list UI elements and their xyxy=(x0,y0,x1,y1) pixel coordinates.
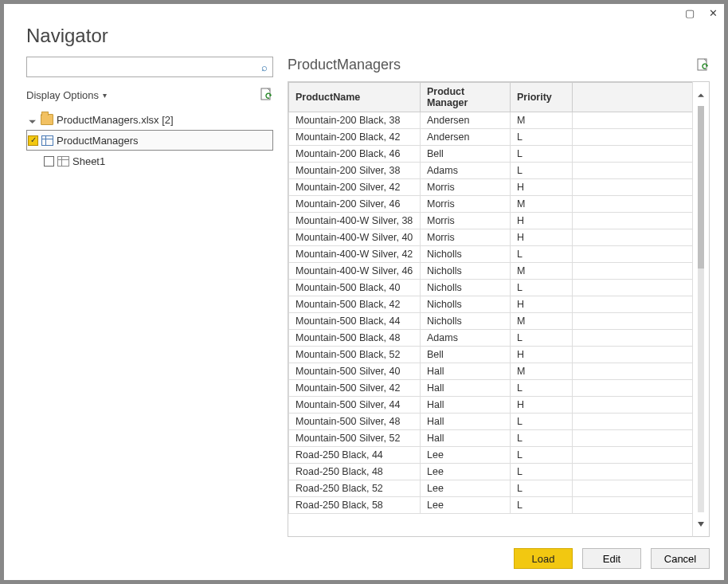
table-cell: H xyxy=(511,179,573,196)
scrollbar-thumb[interactable] xyxy=(698,106,704,268)
search-box[interactable]: ⌕ xyxy=(26,57,273,77)
table-row[interactable]: Road-250 Black, 44LeeL xyxy=(289,447,693,464)
table-cell: Bell xyxy=(421,146,511,163)
maximize-icon[interactable]: ▢ xyxy=(685,7,695,19)
table-cell: Road-250 Black, 44 xyxy=(289,447,421,464)
table-row[interactable]: Mountain-200 Black, 42AndersenL xyxy=(289,129,693,146)
folder-icon xyxy=(41,114,53,125)
svg-marker-1 xyxy=(269,95,272,97)
table-row[interactable]: Mountain-500 Black, 44NichollsM xyxy=(289,313,693,330)
table-cell: L xyxy=(511,380,573,397)
table-cell: Hall xyxy=(421,430,511,447)
table-cell: L xyxy=(511,146,573,163)
table-row[interactable]: Mountain-500 Silver, 42HallL xyxy=(289,380,693,397)
table-cell: Mountain-400-W Silver, 38 xyxy=(289,213,421,229)
table-cell: Mountain-200 Silver, 38 xyxy=(289,163,421,179)
table-cell: H xyxy=(511,347,573,363)
table-row[interactable]: Mountain-500 Silver, 52HallL xyxy=(289,430,693,447)
table-cell: H xyxy=(511,213,573,229)
checkbox[interactable] xyxy=(44,156,54,167)
table-cell: Mountain-500 Silver, 42 xyxy=(289,380,421,397)
tree-item[interactable]: ✓ProductManagers xyxy=(26,130,273,151)
titlebar: ▢ ✕ xyxy=(4,4,724,23)
edit-button[interactable]: Edit xyxy=(582,548,641,569)
svg-marker-3 xyxy=(706,65,708,68)
table-cell: Hall xyxy=(421,380,511,397)
table-icon xyxy=(41,135,53,146)
close-icon[interactable]: ✕ xyxy=(709,7,718,19)
scrollbar-track[interactable] xyxy=(698,106,704,512)
table-cell: Andersen xyxy=(421,112,511,129)
table-row[interactable]: Road-250 Black, 58LeeL xyxy=(289,497,693,514)
table-cell: Mountain-200 Silver, 42 xyxy=(289,179,421,196)
table-cell: Adams xyxy=(421,330,511,347)
table-row[interactable]: Mountain-500 Silver, 48HallL xyxy=(289,414,693,430)
table-cell: M xyxy=(511,112,573,129)
table-cell: Lee xyxy=(421,464,511,480)
column-header[interactable]: ProductName xyxy=(289,83,421,112)
table-cell: Mountain-500 Black, 40 xyxy=(289,280,421,296)
table-cell: Mountain-500 Black, 48 xyxy=(289,330,421,347)
table-cell: L xyxy=(511,447,573,464)
table-row[interactable]: Mountain-400-W Silver, 38MorrisH xyxy=(289,213,693,229)
table-row[interactable]: Mountain-200 Silver, 42MorrisH xyxy=(289,179,693,196)
preview-refresh-icon[interactable] xyxy=(697,58,710,73)
vertical-scrollbar[interactable] xyxy=(692,81,710,537)
column-header[interactable]: Priority xyxy=(511,83,573,112)
table-cell: Lee xyxy=(421,447,511,464)
caret-down-icon: ◢ xyxy=(27,114,39,126)
tree-file-node[interactable]: ◢ ProductManagers.xlsx [2] xyxy=(26,109,273,130)
table-cell: H xyxy=(511,229,573,246)
table-row[interactable]: Mountain-500 Black, 48AdamsL xyxy=(289,330,693,347)
load-button[interactable]: Load xyxy=(514,548,573,569)
table-cell: L xyxy=(511,129,573,146)
preview-panel: ProductManagers ProductNameProduct Manag… xyxy=(288,57,710,569)
table-cell: Hall xyxy=(421,397,511,414)
checkbox[interactable]: ✓ xyxy=(28,135,38,146)
table-cell: M xyxy=(511,313,573,330)
display-options-dropdown[interactable]: Display Options ▾ xyxy=(26,89,107,101)
table-row[interactable]: Mountain-500 Black, 52BellH xyxy=(289,347,693,363)
table-row[interactable]: Mountain-200 Silver, 38AdamsL xyxy=(289,163,693,179)
scroll-down-icon[interactable] xyxy=(697,517,705,530)
nav-tree: ◢ ProductManagers.xlsx [2] ✓ProductManag… xyxy=(26,109,273,171)
table-row[interactable]: Road-250 Black, 52LeeL xyxy=(289,480,693,497)
table-row[interactable]: Mountain-500 Silver, 44HallH xyxy=(289,397,693,414)
tree-item-label: Sheet1 xyxy=(72,155,105,167)
left-panel: ⌕ Display Options ▾ ◢ ProductManage xyxy=(26,57,273,569)
cancel-button[interactable]: Cancel xyxy=(651,548,710,569)
table-row[interactable]: Mountain-200 Silver, 46MorrisM xyxy=(289,196,693,213)
table-cell: Mountain-500 Black, 42 xyxy=(289,296,421,313)
table-row[interactable]: Mountain-500 Black, 40NichollsL xyxy=(289,280,693,296)
table-cell: Mountain-200 Black, 38 xyxy=(289,112,421,129)
table-cell: Mountain-400-W Silver, 40 xyxy=(289,229,421,246)
table-row[interactable]: Mountain-200 Black, 46BellL xyxy=(289,146,693,163)
table-cell: Road-250 Black, 48 xyxy=(289,464,421,480)
table-row[interactable]: Mountain-500 Silver, 40HallM xyxy=(289,363,693,380)
refresh-icon[interactable] xyxy=(260,88,273,102)
table-row[interactable]: Mountain-200 Black, 38AndersenM xyxy=(289,112,693,129)
search-icon[interactable]: ⌕ xyxy=(261,61,268,73)
sheet-icon xyxy=(57,156,69,167)
tree-file-label: ProductManagers.xlsx [2] xyxy=(57,114,174,126)
scroll-up-icon[interactable] xyxy=(697,90,705,99)
table-cell: Mountain-500 Silver, 40 xyxy=(289,363,421,380)
svg-marker-4 xyxy=(698,94,704,97)
table-cell: Mountain-200 Black, 42 xyxy=(289,129,421,146)
search-input[interactable] xyxy=(32,58,261,76)
table-cell: L xyxy=(511,280,573,296)
navigator-dialog: ▢ ✕ Navigator ⌕ Display Options ▾ xyxy=(3,3,725,581)
table-row[interactable]: Mountain-400-W Silver, 42NichollsL xyxy=(289,246,693,263)
table-row[interactable]: Mountain-400-W Silver, 40MorrisH xyxy=(289,229,693,246)
table-row[interactable]: Road-250 Black, 48LeeL xyxy=(289,464,693,480)
table-cell: Morris xyxy=(421,213,511,229)
table-row[interactable]: Mountain-500 Black, 42NichollsH xyxy=(289,296,693,313)
table-cell: Mountain-200 Silver, 46 xyxy=(289,196,421,213)
column-header[interactable]: Product Manager xyxy=(421,83,511,112)
table-cell: Mountain-500 Black, 52 xyxy=(289,347,421,363)
table-cell: Adams xyxy=(421,163,511,179)
table-row[interactable]: Mountain-400-W Silver, 46NichollsM xyxy=(289,263,693,280)
dialog-footer: Load Edit Cancel xyxy=(288,537,710,569)
tree-item[interactable]: Sheet1 xyxy=(26,151,273,171)
table-cell: Lee xyxy=(421,480,511,497)
